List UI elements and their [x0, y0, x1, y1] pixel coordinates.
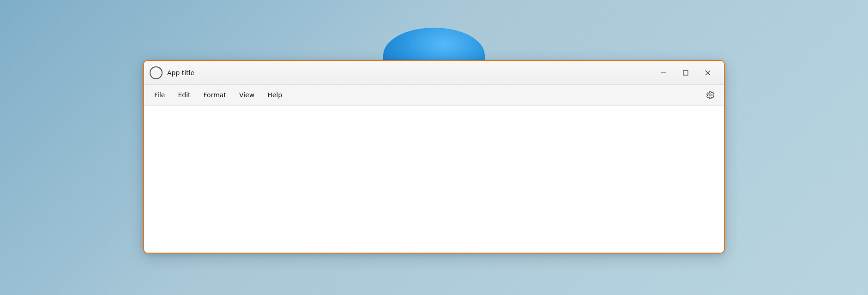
minimize-icon: [661, 70, 666, 76]
app-icon: [150, 66, 163, 79]
menu-item-format[interactable]: Format: [197, 88, 233, 101]
gear-icon: [705, 90, 715, 100]
title-bar: App title: [144, 61, 724, 85]
settings-button[interactable]: [702, 87, 718, 103]
window-title: App title: [167, 69, 653, 77]
maximize-icon: [683, 70, 688, 76]
minimize-button[interactable]: [653, 65, 674, 80]
close-button[interactable]: [697, 65, 718, 80]
window-controls: [653, 65, 718, 80]
menu-bar: File Edit Format View Help: [144, 85, 724, 105]
close-icon: [705, 70, 711, 76]
svg-rect-1: [683, 71, 688, 75]
window-wrapper: App title: [143, 60, 725, 254]
content-area: [144, 105, 724, 253]
menu-item-file[interactable]: File: [148, 88, 171, 101]
menu-item-edit[interactable]: Edit: [171, 88, 197, 101]
menu-item-help[interactable]: Help: [261, 88, 289, 101]
menu-item-view[interactable]: View: [233, 88, 261, 101]
maximize-button[interactable]: [675, 65, 696, 80]
app-window: App title: [143, 60, 725, 254]
